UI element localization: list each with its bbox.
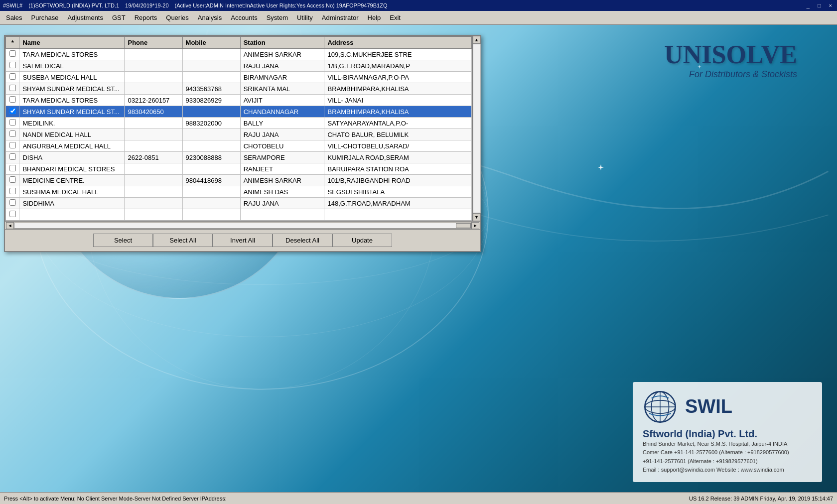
row-checkbox-cell[interactable] xyxy=(6,49,19,60)
table-row[interactable]: SUSHMA MEDICAL HALLANIMESH DASSEGSUI SHI… xyxy=(6,186,472,198)
scrollbar-thumb[interactable] xyxy=(456,223,471,228)
row-address: SEGSUI SHIBTALA xyxy=(324,186,472,198)
table-row[interactable]: MEDICINE CENTRE.9804418698ANIMESH SARKAR… xyxy=(6,175,472,186)
row-address: KUMIRJALA ROAD,SERAM xyxy=(324,152,472,163)
titlebar-controls[interactable]: _ □ × xyxy=(805,2,834,8)
data-panel: * Name Phone Mobile Station Address TARA… xyxy=(4,35,481,252)
row-checkbox-cell[interactable] xyxy=(6,129,19,140)
row-checkbox[interactable] xyxy=(9,130,16,137)
update-button[interactable]: Update xyxy=(332,234,392,247)
table-row[interactable]: SHYAM SUNDAR MEDICAL ST...9830420650CHAN… xyxy=(6,106,472,118)
row-checkbox-cell[interactable] xyxy=(6,95,19,106)
row-phone xyxy=(125,118,182,129)
row-checkbox[interactable] xyxy=(9,176,16,183)
row-checkbox-cell[interactable] xyxy=(6,198,19,209)
statusbar-right: US 16.2 Release: 39 ADMIN Friday, Apr. 1… xyxy=(689,496,833,502)
row-name: ANGURBALA MEDICAL HALL xyxy=(19,140,125,152)
row-checkbox-cell[interactable] xyxy=(6,163,19,175)
maximize-button[interactable]: □ xyxy=(816,2,823,8)
row-checkbox-cell[interactable] xyxy=(6,140,19,152)
row-checkbox-cell[interactable] xyxy=(6,83,19,95)
menu-system[interactable]: System xyxy=(263,12,292,23)
menu-purchase[interactable]: Purchase xyxy=(27,12,63,23)
row-checkbox[interactable] xyxy=(9,50,16,57)
row-checkbox[interactable] xyxy=(9,62,16,68)
close-button[interactable]: × xyxy=(827,2,834,8)
row-checkbox-cell[interactable] xyxy=(6,175,19,186)
app-id: #SWIL# xyxy=(3,2,22,8)
row-address: VILL-CHOTOBELU,SARAD/ xyxy=(324,140,472,152)
menu-utility[interactable]: Utility xyxy=(293,12,317,23)
menu-sales[interactable]: Sales xyxy=(2,12,26,23)
row-name: SUSHMA MEDICAL HALL xyxy=(19,186,125,198)
row-checkbox[interactable] xyxy=(9,96,16,103)
select-all-button[interactable]: Select All xyxy=(153,234,213,247)
scroll-left-btn[interactable]: ◄ xyxy=(6,222,14,229)
row-station: BIRAMNAGAR xyxy=(240,72,324,83)
row-checkbox[interactable] xyxy=(9,108,16,114)
menu-queries[interactable]: Queries xyxy=(162,12,193,23)
table-row[interactable]: TARA MEDICAL STORES03212-260157933082692… xyxy=(6,95,472,106)
table-row[interactable]: SHYAM SUNDAR MEDICAL ST...9433563768SRIK… xyxy=(6,83,472,95)
row-checkbox-cell[interactable] xyxy=(6,60,19,72)
menu-reports[interactable]: Reports xyxy=(131,12,161,23)
table-row[interactable]: DISHA2622-08519230088888SERAMPOREKUMIRJA… xyxy=(6,152,472,163)
table-row[interactable]: BHANDARI MEDICAL STORESRANJEETBARUIPARA … xyxy=(6,163,472,175)
row-address: BARUIPARA STATION ROA xyxy=(324,163,472,175)
select-button[interactable]: Select xyxy=(93,234,153,247)
menu-gst[interactable]: GST xyxy=(108,12,130,23)
row-checkbox-cell[interactable] xyxy=(6,152,19,163)
row-checkbox[interactable] xyxy=(9,73,16,80)
scroll-right-btn[interactable]: ► xyxy=(471,222,479,229)
table-row[interactable]: SUSEBA MEDICAL HALLBIRAMNAGARVILL-BIRAMN… xyxy=(6,72,472,83)
row-checkbox[interactable] xyxy=(9,142,16,148)
row-checkbox[interactable] xyxy=(9,199,16,206)
scroll-up-btn[interactable]: ▲ xyxy=(473,36,481,44)
row-checkbox-cell[interactable] xyxy=(6,72,19,83)
swil-globe-icon xyxy=(643,389,678,424)
table-row[interactable]: ANGURBALA MEDICAL HALLCHOTOBELUVILL-CHOT… xyxy=(6,140,472,152)
menu-accounts[interactable]: Accounts xyxy=(227,12,261,23)
table-row[interactable]: MEDILINK.9883202000BALLYSATYANARAYANTALA… xyxy=(6,118,472,129)
row-station: ANIMESH DAS xyxy=(240,186,324,198)
menu-help[interactable]: Help xyxy=(364,12,385,23)
row-checkbox[interactable] xyxy=(9,119,16,126)
minimize-button[interactable]: _ xyxy=(805,2,812,8)
row-station: RAJU JANA xyxy=(240,198,324,209)
invert-all-button[interactable]: Invert All xyxy=(213,234,273,247)
vertical-scrollbar[interactable]: ▲ ▼ xyxy=(472,36,480,221)
menu-administrator[interactable]: Adminstrator xyxy=(318,12,363,23)
col-header-address: Address xyxy=(324,37,472,49)
row-mobile xyxy=(182,140,240,152)
row-checkbox[interactable] xyxy=(9,153,16,160)
scroll-track[interactable] xyxy=(473,44,481,213)
row-station: CHOTOBELU xyxy=(240,140,324,152)
action-buttons: Select Select All Invert All Deselect Al… xyxy=(5,229,480,251)
row-station xyxy=(240,209,324,221)
row-checkbox-cell[interactable] xyxy=(6,118,19,129)
row-checkbox-cell[interactable] xyxy=(6,186,19,198)
row-checkbox[interactable] xyxy=(9,165,16,171)
row-checkbox[interactable] xyxy=(9,188,16,194)
scroll-down-btn[interactable]: ▼ xyxy=(473,213,481,221)
table-row[interactable]: SIDDHIMARAJU JANA148,G.T.ROAD,MARADHAM xyxy=(6,198,472,209)
horizontal-scrollbar[interactable] xyxy=(14,223,471,229)
deselect-all-button[interactable]: Deselect All xyxy=(273,234,332,247)
swil-address-line4: Email : support@swindia.com Website : ww… xyxy=(643,466,812,475)
titlebar-info: #SWIL# (1)SOFTWORLD (INDIA) PVT. LTD.1 1… xyxy=(3,2,387,8)
table-row[interactable]: SAI MEDICALRAJU JANA1/B,G.T.ROAD,MARADAN… xyxy=(6,60,472,72)
menu-analysis[interactable]: Analysis xyxy=(194,12,226,23)
row-station: RAJU JANA xyxy=(240,129,324,140)
table-row[interactable] xyxy=(6,209,472,221)
row-station: AVIJIT xyxy=(240,95,324,106)
horizontal-scrollbar-area[interactable]: ◄ ► xyxy=(5,221,480,229)
row-station: RAJU JANA xyxy=(240,60,324,72)
row-checkbox-cell[interactable] xyxy=(6,106,19,118)
table-row[interactable]: NANDI MEDICAL HALLRAJU JANACHATO BALUR, … xyxy=(6,129,472,140)
menu-adjustments[interactable]: Adjustments xyxy=(63,12,107,23)
row-checkbox[interactable] xyxy=(9,211,16,217)
row-checkbox[interactable] xyxy=(9,85,16,91)
table-row[interactable]: TARA MEDICAL STORESANIMESH SARKAR109,S.C… xyxy=(6,49,472,60)
row-checkbox-cell[interactable] xyxy=(6,209,19,221)
menu-exit[interactable]: Exit xyxy=(386,12,405,23)
